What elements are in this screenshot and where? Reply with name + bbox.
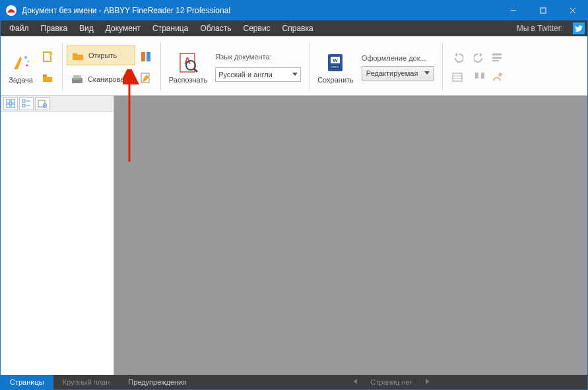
- menu-edit[interactable]: Правка: [35, 20, 74, 36]
- small-tools-2: [135, 39, 156, 95]
- window-controls: [498, 1, 587, 20]
- svg-point-5: [24, 56, 27, 59]
- task-button[interactable]: Задача: [5, 39, 37, 95]
- edit-page-button[interactable]: [138, 70, 154, 86]
- language-label: Язык документа:: [215, 53, 301, 61]
- svg-rect-15: [147, 52, 150, 61]
- next-page-button[interactable]: [424, 378, 431, 386]
- menubar: Файл Правка Вид Документ Страница Област…: [1, 20, 587, 36]
- open-scan-group: Открыть Сканировать: [67, 39, 135, 95]
- app-window: Документ без имени - ABBYY FineReader 12…: [0, 0, 588, 390]
- svg-text:DOCX: DOCX: [332, 65, 340, 69]
- svg-rect-39: [22, 100, 25, 102]
- find-button[interactable]: [473, 71, 486, 84]
- twitter-icon[interactable]: [573, 22, 585, 34]
- menu-service[interactable]: Сервис: [238, 20, 277, 36]
- app-icon: [5, 4, 18, 17]
- maximize-button[interactable]: [528, 1, 558, 20]
- svg-rect-11: [72, 78, 82, 83]
- area-tool-button[interactable]: [451, 71, 464, 84]
- svg-rect-32: [492, 57, 502, 59]
- options-button[interactable]: [490, 51, 504, 64]
- layout-select[interactable]: Редактируемая: [362, 66, 434, 81]
- details-view-button[interactable]: [19, 97, 34, 110]
- chevron-down-icon: [292, 73, 298, 76]
- svg-point-6: [28, 60, 30, 62]
- recognize-label: Распознать: [169, 76, 207, 84]
- open-button[interactable]: Открыть: [67, 46, 135, 65]
- svg-point-34: [498, 73, 502, 76]
- status-tab-pages[interactable]: Страницы: [1, 375, 53, 389]
- svg-rect-41: [22, 104, 25, 107]
- svg-rect-10: [43, 75, 47, 77]
- menu-page[interactable]: Страница: [147, 20, 194, 36]
- menu-file[interactable]: Файл: [3, 20, 35, 36]
- svg-point-45: [44, 105, 46, 106]
- save-button[interactable]: WDOCX Сохранить: [313, 39, 358, 95]
- page-layout-button[interactable]: [138, 49, 154, 65]
- pages-toolbar: [1, 96, 114, 112]
- svg-rect-31: [492, 53, 502, 55]
- status-tab-zoom[interactable]: Крупный план: [53, 375, 119, 389]
- language-value: Русский и англи: [218, 71, 273, 79]
- status-tab-warnings[interactable]: Предупреждения: [119, 375, 195, 389]
- svg-rect-2: [540, 8, 546, 13]
- minimize-button[interactable]: [498, 1, 528, 20]
- menu-area[interactable]: Область: [194, 20, 237, 36]
- twitter-label: Мы в Twitter:: [511, 20, 569, 36]
- language-select[interactable]: Русский и англи: [215, 67, 301, 82]
- layout-label: Оформление док...: [362, 54, 434, 62]
- right-tools: [447, 39, 490, 95]
- thumbnails-view-button[interactable]: [3, 97, 18, 110]
- svg-point-7: [26, 64, 28, 66]
- page-status: Страниц нет: [370, 378, 412, 386]
- layout-block: Оформление док... Редактируемая: [358, 39, 438, 95]
- svg-point-9: [49, 51, 52, 55]
- window-title: Документ без имени - ABBYY FineReader 12…: [22, 6, 498, 15]
- prev-page-button[interactable]: [352, 378, 358, 386]
- small-tools-1: [37, 39, 58, 95]
- layout-value: Редактируемая: [366, 69, 418, 77]
- menu-help[interactable]: Справка: [277, 20, 319, 36]
- svg-text:W: W: [333, 57, 339, 63]
- new-doc-button[interactable]: [40, 49, 55, 65]
- language-block: Язык документа: Русский и англи: [211, 39, 305, 95]
- statusbar: Страницы Крупный план Предупреждения Стр…: [1, 375, 587, 389]
- ribbon: Задача Открыть Сканировать A: [1, 36, 587, 96]
- task-label: Задача: [9, 76, 33, 84]
- redo-button[interactable]: [473, 51, 486, 64]
- panel-settings-button[interactable]: [35, 97, 49, 110]
- save-label: Сохранить: [317, 76, 354, 84]
- svg-rect-37: [7, 104, 10, 108]
- svg-rect-13: [73, 79, 81, 80]
- open-doc-button[interactable]: [40, 70, 55, 86]
- svg-rect-29: [475, 73, 478, 79]
- svg-rect-38: [11, 104, 15, 108]
- svg-rect-36: [11, 100, 15, 103]
- svg-rect-35: [7, 100, 10, 103]
- pages-panel: [1, 96, 114, 375]
- scan-label: Сканировать: [88, 75, 131, 83]
- folder-open-icon: [71, 49, 84, 62]
- titlebar: Документ без имени - ABBYY FineReader 12…: [1, 1, 587, 20]
- scanner-icon: [71, 73, 84, 86]
- right-tools-2: [490, 39, 507, 95]
- svg-rect-14: [141, 52, 145, 61]
- chevron-down-icon: [424, 71, 430, 75]
- scan-button[interactable]: Сканировать: [67, 69, 135, 89]
- svg-rect-30: [481, 73, 484, 79]
- svg-rect-33: [492, 60, 499, 61]
- svg-rect-26: [453, 73, 462, 81]
- page-navigator: Страниц нет: [195, 378, 587, 386]
- menu-view[interactable]: Вид: [73, 20, 100, 36]
- close-button[interactable]: [558, 1, 587, 20]
- document-canvas[interactable]: [114, 96, 587, 375]
- settings-button[interactable]: [490, 71, 504, 84]
- undo-button[interactable]: [451, 51, 464, 64]
- svg-rect-12: [73, 75, 81, 79]
- menu-document[interactable]: Документ: [100, 20, 147, 36]
- workspace: [1, 96, 587, 375]
- recognize-button[interactable]: A Распознать: [165, 39, 211, 95]
- open-label: Открыть: [88, 51, 117, 59]
- pages-list[interactable]: [1, 112, 114, 375]
